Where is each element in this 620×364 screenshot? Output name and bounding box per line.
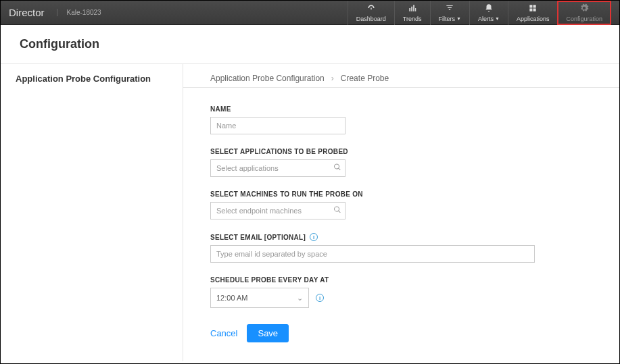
nav-configuration[interactable]: Configuration — [557, 1, 611, 25]
email-label: SELECT EMAIL [OPTIONAL] — [210, 234, 306, 241]
filters-icon — [445, 3, 454, 16]
breadcrumb-parent[interactable]: Application Probe Configuration — [210, 74, 325, 83]
breadcrumb: Application Probe Configuration › Create… — [210, 74, 592, 83]
email-input[interactable] — [210, 245, 535, 263]
info-icon[interactable]: i — [310, 233, 318, 241]
chevron-down-icon: ▼ — [495, 16, 500, 21]
search-icon — [333, 163, 341, 174]
field-machines: SELECT MACHINES TO RUN THE PROBE ON — [210, 190, 548, 219]
dashboard-icon — [366, 3, 376, 16]
nav-label: Applications — [517, 16, 550, 22]
create-probe-form: NAME SELECT APPLICATIONS TO BE PROBED SE… — [210, 105, 548, 342]
schedule-label: SCHEDULE PROBE EVERY DAY AT — [210, 276, 548, 284]
name-input[interactable] — [210, 117, 345, 134]
nav-label: Alerts — [478, 16, 494, 22]
breadcrumb-current: Create Probe — [341, 74, 389, 83]
sidebar-item-app-probe[interactable]: Application Probe Configuration — [16, 74, 168, 84]
field-applications: SELECT APPLICATIONS TO BE PROBED — [210, 148, 548, 177]
top-bar: Director Kale-18023 Dashboard Trends Fil… — [1, 1, 619, 25]
alerts-icon — [484, 3, 494, 16]
field-email: SELECT EMAIL [OPTIONAL] i — [210, 233, 548, 263]
machines-label: SELECT MACHINES TO RUN THE PROBE ON — [210, 190, 548, 198]
machines-input[interactable] — [210, 202, 345, 219]
nav-label: Filters — [439, 16, 456, 22]
info-icon[interactable]: i — [316, 294, 324, 302]
page-title: Configuration — [1, 25, 619, 63]
nav-filters[interactable]: Filters▼ — [430, 1, 469, 25]
divider — [183, 87, 619, 88]
cancel-button[interactable]: Cancel — [210, 328, 237, 338]
session-id: Kale-18023 — [57, 9, 101, 16]
nav-trends[interactable]: Trends — [394, 1, 430, 25]
chevron-down-icon: ⌄ — [297, 294, 303, 303]
trends-icon — [408, 3, 417, 16]
chevron-down-icon: ▼ — [456, 16, 461, 21]
field-schedule: SCHEDULE PROBE EVERY DAY AT 12:00 AM ⌄ i — [210, 276, 548, 308]
schedule-value: 12:00 AM — [216, 294, 247, 302]
apps-label: SELECT APPLICATIONS TO BE PROBED — [210, 148, 548, 155]
nav-applications[interactable]: Applications — [508, 1, 558, 25]
nav-alerts[interactable]: Alerts▼ — [469, 1, 508, 25]
body: Application Probe Configuration Applicat… — [1, 63, 619, 361]
applications-icon — [528, 3, 538, 16]
field-name: NAME — [210, 105, 548, 134]
nav-label: Configuration — [566, 16, 602, 22]
save-button[interactable]: Save — [247, 324, 289, 342]
schedule-select[interactable]: 12:00 AM ⌄ — [210, 288, 309, 308]
gear-icon — [579, 3, 589, 16]
top-nav: Dashboard Trends Filters▼ Alerts▼ Applic… — [348, 1, 611, 25]
nav-label: Dashboard — [356, 16, 386, 22]
search-icon — [333, 206, 341, 216]
nav-dashboard[interactable]: Dashboard — [348, 1, 394, 25]
apps-input[interactable] — [210, 159, 345, 177]
form-actions: Cancel Save — [210, 324, 548, 342]
content: Application Probe Configuration › Create… — [183, 64, 619, 361]
sidebar: Application Probe Configuration — [1, 64, 183, 361]
chevron-right-icon: › — [331, 74, 334, 83]
nav-label: Trends — [403, 16, 422, 22]
name-label: NAME — [210, 105, 548, 113]
brand: Director — [9, 7, 45, 18]
